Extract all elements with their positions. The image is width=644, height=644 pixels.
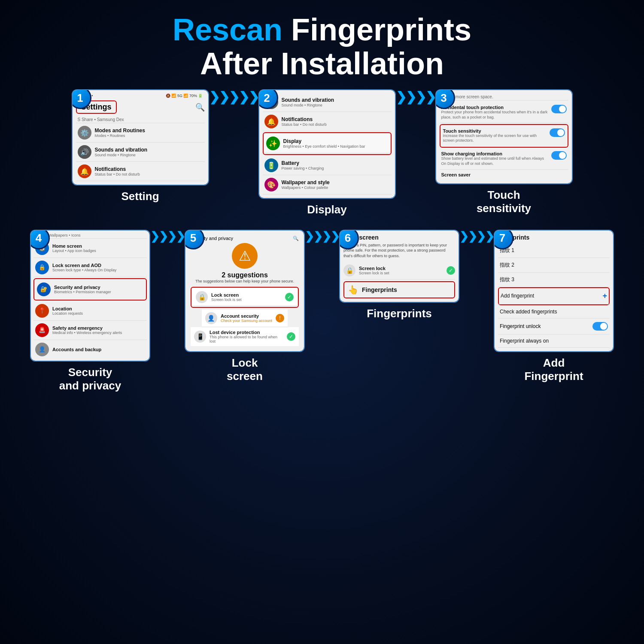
touch-sensitivity-text: Touch sensitivity Increase the touch sen… (443, 128, 547, 143)
s7-fp3: 指纹 3 (498, 273, 610, 287)
s2-wallpaper-sub: Wallpapers • Colour palette (282, 185, 390, 190)
screen-saver-text: Screen saver (441, 172, 567, 177)
s4-security-sub: Biometrics • Permission manager (54, 290, 143, 294)
s5-account-icon: 👤 (205, 312, 217, 324)
modes-title: Modes and Routines (95, 128, 203, 134)
s5-lockscreen-title: Lock screen (211, 292, 282, 298)
s2-notif-title: Notifications (282, 116, 390, 122)
s6-subtitle: Setting a PIN, pattern, or password is i… (343, 243, 455, 259)
s2-sounds-title: Sounds and vibration (282, 97, 390, 103)
s4-lock-text: Lock screen and AOD Screen lock type • A… (52, 263, 145, 272)
sounds-item[interactable]: 🔊 Sounds and vibration Sound mode • Ring… (76, 143, 205, 162)
s7-fp-always-on[interactable]: Fingerprint always on (498, 334, 610, 348)
s5-search-icon[interactable]: 🔍 (293, 236, 299, 241)
s5-lockscreen-item[interactable]: 🔒 Lock screen Screen lock is set ✓ (192, 289, 297, 306)
charging-info-item[interactable]: Show charging information Show battery l… (440, 149, 568, 169)
title-line2: After Installation (173, 47, 471, 81)
touch-sensitivity-title: Touch sensitivity (443, 128, 547, 134)
s5-lockscreen-check: ✓ (285, 293, 294, 301)
s5-account-item[interactable]: 👤 Account security Check your Samsung ac… (202, 310, 288, 327)
s5-account-text: Account security Check your Samsung acco… (221, 313, 272, 323)
s5-lost-icon: 📱 (194, 331, 206, 343)
s2-sounds-item[interactable]: 🔊 Sounds and vibration Sound mode • Ring… (263, 93, 392, 112)
step7-screen: ngerprints 指纹 1 指纹 2 指纹 3 Add fingerprin… (495, 231, 613, 351)
s7-fp2: 指纹 2 (498, 258, 610, 273)
suggestions-title: 2 suggestions (222, 271, 268, 279)
s4-home-text: Home screen Layout • App icon badges (52, 243, 145, 253)
add-fp-item[interactable]: Add fingerprint + (499, 288, 609, 304)
s4-security-item[interactable]: 🔐 Security and privacy Biometrics • Perm… (35, 280, 145, 299)
page-container: Rescan Fingerprints After Installation 1… (0, 0, 644, 644)
modes-routines-item[interactable]: ⚙️ Modes and Routines Modes • Routines (76, 123, 205, 143)
step5-card: 5 Security and privacy 🔍 ⚠ 2 suggestions… (185, 230, 305, 352)
step7-label: Add Fingerprint (524, 356, 583, 383)
step6-card-wrapper: 6 Lock screen Setting a PIN, pattern, or… (339, 230, 459, 321)
fingerprints-label[interactable]: Fingerprints (362, 286, 397, 293)
s4-lock-title: Lock screen and AOD (52, 263, 145, 268)
s4-lock-item[interactable]: 🔒 Lock screen and AOD Screen lock type •… (33, 258, 147, 277)
step3-label: Touch sensitivity (477, 188, 531, 215)
add-fp-label: Add fingerprint (501, 293, 534, 299)
s6-lock-icon: 🔒 (343, 264, 355, 276)
s7-fp-unlock-label: Fingerprint unlock (500, 323, 541, 329)
step5-card-wrapper: 5 Security and privacy 🔍 ⚠ 2 suggestions… (185, 230, 305, 383)
s4-security-text: Security and privacy Biometrics • Permis… (54, 285, 143, 294)
search-icon[interactable]: 🔍 (195, 103, 205, 112)
s2-display-text: Display Brightness • Eye comfort shield … (283, 138, 388, 149)
s4-safety-item[interactable]: 🚨 Safety and emergency Medical info • Wi… (33, 321, 147, 340)
sounds-text: Sounds and vibration Sound mode • Ringto… (95, 147, 203, 157)
s5-lost-item[interactable]: 📱 Lost device protection This phone is a… (191, 327, 299, 346)
step2-screen: 🔊 Sounds and vibration Sound mode • Ring… (259, 90, 395, 198)
s5-lockscreen-sub: Screen lock is set (211, 298, 282, 302)
accidental-touch-title: Accidental touch protection (441, 105, 549, 110)
notifications-title: Notifications (95, 166, 203, 172)
s7-fp-unlock-item[interactable]: Fingerprint unlock (498, 319, 610, 334)
s4-home-item[interactable]: 🏠 Home screen Layout • App icon badges (33, 239, 147, 258)
s2-sounds-text: Sounds and vibration Sound mode • Ringto… (282, 97, 390, 107)
s5-header: Security and privacy 🔍 (191, 236, 299, 241)
s2-notif-item[interactable]: 🔔 Notifications Status bar • Do not dist… (263, 112, 392, 131)
step1-card-wrapper: 1 📷 📞 • • 🔕 📶 5G 📶 70% 🔋 Settings 🔍 S Sh… (72, 89, 209, 203)
s7-fp-unlock-toggle[interactable] (592, 322, 608, 331)
s4-accounts-item[interactable]: 👤 Accounts and backup (33, 340, 147, 359)
s7-check-added[interactable]: Check added fingerprints (498, 305, 610, 319)
step6-card: 6 Lock screen Setting a PIN, pattern, or… (339, 230, 459, 303)
notifications-sub: Status bar • Do not disturb (95, 172, 203, 176)
arrow1: ❯❯❯❯❯ (209, 89, 258, 130)
charging-info-title: Show charging information (441, 151, 549, 156)
charging-info-toggle[interactable] (551, 151, 567, 160)
accidental-touch-item[interactable]: Accidental touch protection Protect your… (440, 102, 568, 123)
arrow1-chevrons: ❯❯❯❯❯ (209, 89, 258, 104)
s2-battery-icon: 🔋 (264, 158, 278, 172)
s2-battery-item[interactable]: 🔋 Battery Power saving • Charging (263, 156, 392, 175)
s5-account-warn: ! (276, 314, 284, 322)
s4-location-item[interactable]: 📍 Location Location requests (33, 301, 147, 321)
notifications-item[interactable]: 🔔 Notifications Status bar • Do not dist… (76, 162, 205, 181)
s6-lock-title: Screen lock (359, 266, 443, 271)
arrow2: ❯❯❯❯ (396, 89, 435, 130)
touch-sensitivity-item[interactable]: Touch sensitivity Increase the touch sen… (441, 126, 567, 146)
s2-display-item[interactable]: ✨ Display Brightness • Eye comfort shiel… (264, 134, 390, 153)
s2-wallpaper-item[interactable]: 🎨 Wallpaper and style Wallpapers • Colou… (263, 175, 392, 194)
step1-status-bar: 📷 📞 • • 🔕 📶 5G 📶 70% 🔋 (76, 93, 205, 99)
s4-accounts-title: Accounts and backup (52, 347, 145, 352)
title-rescan: Rescan (173, 12, 283, 47)
step1-label: Setting (121, 190, 159, 203)
touch-sensitivity-toggle[interactable] (550, 128, 565, 137)
accidental-touch-toggle[interactable] (551, 105, 567, 113)
screen-saver-item[interactable]: Screen saver (440, 170, 568, 180)
step4-top-text: hemes • Wallpapers • Icons (33, 232, 147, 239)
s2-wallpaper-icon: 🎨 (264, 178, 278, 191)
fingerprint-icon: 👆 (348, 285, 358, 295)
s4-safety-icon: 🚨 (35, 323, 49, 337)
touch-sensitivity-sub: Increase the touch sensitivity of the sc… (443, 134, 547, 143)
s5-lost-title: Lost device protection (210, 330, 283, 335)
s4-safety-title: Safety and emergency (52, 325, 145, 331)
s6-screenlock-item[interactable]: 🔒 Screen lock Screen lock is set ✓ (343, 262, 455, 279)
s2-display-icon: ✨ (266, 137, 280, 150)
s5-account-sub: Check your Samsung account (221, 319, 272, 323)
suggestions-sub: The suggestions below can help keep your… (195, 279, 294, 283)
add-fp-plus-icon: + (602, 292, 607, 301)
s2-wallpaper-text: Wallpaper and style Wallpapers • Colour … (282, 179, 390, 190)
step1-card: 1 📷 📞 • • 🔕 📶 5G 📶 70% 🔋 Settings 🔍 S Sh… (72, 89, 209, 185)
